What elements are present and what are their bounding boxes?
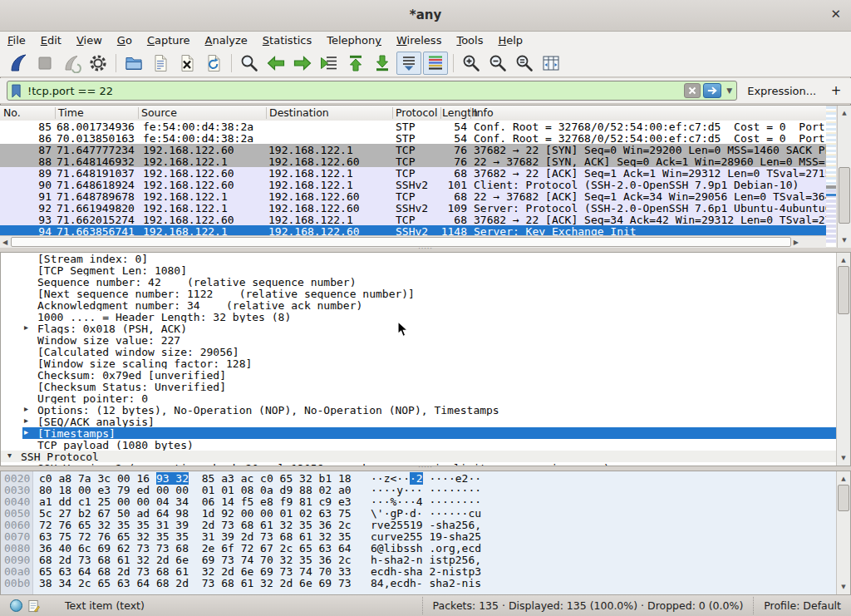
column-header-length[interactable]: Length xyxy=(442,106,478,119)
find-packet-button[interactable] xyxy=(237,52,262,75)
hex-ascii[interactable]: h-sha2-n istp256, xyxy=(371,554,481,566)
hex-bytes[interactable]: 80 18 00 e3 79 ed 00 00 01 01 08 0a d9 8… xyxy=(39,484,352,496)
scroll-left-icon[interactable]: ◀ xyxy=(2,239,7,246)
display-filter-field[interactable]: ▼ xyxy=(7,81,737,101)
hex-vscroll-thumb[interactable] xyxy=(838,485,849,511)
vscroll-thumb[interactable] xyxy=(839,167,850,224)
detail-line[interactable]: ▾SSH Protocol xyxy=(1,451,850,462)
hex-row-0070[interactable]: 007063 75 72 76 65 32 35 35 31 39 2d 73 … xyxy=(1,530,850,542)
hex-row-0080[interactable]: 008036 40 6c 69 62 73 73 68 2e 6f 72 67 … xyxy=(1,542,850,554)
menu-file[interactable]: File xyxy=(0,32,33,47)
column-separator[interactable] xyxy=(55,107,56,119)
packet-row-88[interactable]: 8871.648146932192.168.122.1192.168.122.6… xyxy=(0,155,826,167)
menu-edit[interactable]: Edit xyxy=(33,32,69,47)
hex-row-0020[interactable]: 0020c0 a8 7a 3c 00 16 93 32 85 a3 ac c0 … xyxy=(1,472,850,484)
capture-options-button[interactable] xyxy=(86,52,111,75)
column-header-time[interactable]: Time xyxy=(58,106,84,119)
column-separator[interactable] xyxy=(392,107,393,119)
hex-bytes[interactable]: a1 dd c1 25 00 00 04 34 06 14 f5 e8 f9 8… xyxy=(39,495,352,508)
collapsed-icon[interactable]: ▸ xyxy=(24,416,28,425)
zoom-in-button[interactable] xyxy=(459,52,484,75)
go-top-button[interactable] xyxy=(343,52,368,75)
collapsed-icon[interactable]: ▸ xyxy=(24,323,28,332)
detail-line[interactable]: ▸Options: (12 bytes), No-Operation (NOP)… xyxy=(1,404,850,416)
add-filter-button[interactable]: + xyxy=(828,83,844,98)
reload-file-button[interactable] xyxy=(201,52,226,75)
detail-line[interactable]: [Stream index: 0] xyxy=(1,253,850,264)
menu-view[interactable]: View xyxy=(69,32,110,47)
go-bottom-button[interactable] xyxy=(370,52,395,75)
column-header-destination[interactable]: Destination xyxy=(269,106,329,119)
go-forward-button[interactable] xyxy=(290,52,315,75)
detail-line[interactable]: Acknowledgment number: 34 (relative ack … xyxy=(1,299,850,311)
detail-line[interactable]: Window size value: 227 xyxy=(1,334,850,346)
packet-row-91[interactable]: 9171.648789678192.168.122.1192.168.122.6… xyxy=(0,190,826,202)
detail-line[interactable]: TCP payload (1080 bytes) xyxy=(1,439,850,451)
column-separator[interactable] xyxy=(266,107,267,119)
menu-tools[interactable]: Tools xyxy=(449,32,490,47)
menu-help[interactable]: Help xyxy=(490,32,530,47)
hex-row-0030[interactable]: 003080 18 00 e3 79 ed 00 00 01 01 08 0a … xyxy=(1,484,850,495)
packet-row-85[interactable]: 8568.001734936fe:54:00:d4:38:2aSTP54Conf… xyxy=(0,121,826,132)
hex-ascii[interactable]: ···%···4 ········ xyxy=(371,495,481,508)
hex-bytes[interactable]: 5c 27 b2 67 50 ad 64 98 1d 92 00 00 01 0… xyxy=(39,507,352,520)
hex-row-00a0[interactable]: 00a065 63 64 68 2d 73 68 61 32 2d 6e 69 … xyxy=(1,565,850,577)
resize-columns-button[interactable] xyxy=(539,52,563,75)
detail-line[interactable]: Urgent pointer: 0 xyxy=(1,392,850,404)
detail-scroll-up-icon[interactable]: ▲ xyxy=(837,254,850,266)
display-filter-input[interactable] xyxy=(26,84,684,98)
packet-row-87[interactable]: 8771.647777234192.168.122.60192.168.122.… xyxy=(0,144,826,155)
hex-ascii[interactable]: 84,ecdh- sha2-nis xyxy=(371,577,481,589)
column-header-protocol[interactable]: Protocol xyxy=(396,106,437,119)
hex-bytes[interactable]: 65 63 64 68 2d 73 68 61 32 2d 6e 69 73 7… xyxy=(39,565,352,578)
collapsed-icon[interactable]: ▸ xyxy=(24,427,28,436)
collapsed-icon[interactable]: ▸ xyxy=(24,404,28,413)
hex-bytes[interactable]: 72 76 65 32 35 35 31 39 2d 73 68 61 32 3… xyxy=(39,519,352,531)
menu-capture[interactable]: Capture xyxy=(140,32,198,47)
detail-line[interactable]: [Calculated window size: 29056] xyxy=(1,346,850,357)
hex-bytes[interactable]: 63 75 72 76 65 32 35 35 31 39 2d 73 68 6… xyxy=(39,530,352,543)
start-capture-button[interactable] xyxy=(6,52,31,75)
hex-ascii[interactable]: rve25519 -sha256, xyxy=(371,519,481,531)
packet-list-vertical-scrollbar[interactable]: ▲ ▼ xyxy=(837,106,851,248)
close-window-button[interactable]: ✕ xyxy=(830,7,841,22)
detail-line[interactable]: ▸Flags: 0x018 (PSH, ACK) xyxy=(1,323,850,334)
detail-line[interactable]: ▸[Timestamps] xyxy=(1,427,850,439)
detail-vertical-scrollbar[interactable]: ▲ ▼ xyxy=(836,253,850,466)
packet-list-horizontal-scrollbar[interactable]: ◀ ▶ xyxy=(0,235,826,248)
detail-scroll-down-icon[interactable]: ▼ xyxy=(837,452,850,464)
detail-line[interactable]: [Window size scaling factor: 128] xyxy=(1,357,850,369)
column-separator[interactable] xyxy=(470,107,471,119)
detail-line[interactable]: Sequence number: 42 (relative sequence n… xyxy=(1,276,850,288)
column-header-info[interactable]: Info xyxy=(474,106,494,119)
apply-filter-icon[interactable] xyxy=(703,83,721,98)
open-file-button[interactable] xyxy=(121,52,146,75)
close-file-button[interactable] xyxy=(175,52,199,75)
stop-capture-button[interactable] xyxy=(32,52,57,75)
capture-comment-icon[interactable] xyxy=(27,599,40,613)
hscroll-thumb[interactable] xyxy=(11,237,791,247)
hex-ascii[interactable]: \'·gP·d· ······cu xyxy=(371,507,481,520)
scroll-down-icon[interactable]: ▼ xyxy=(838,234,851,246)
detail-line[interactable]: Checksum: 0x79ed [unverified] xyxy=(1,369,850,381)
column-header-no[interactable]: No. xyxy=(3,106,21,119)
hex-row-0050[interactable]: 00505c 27 b2 67 50 ad 64 98 1d 92 00 00 … xyxy=(1,507,850,519)
restart-capture-button[interactable] xyxy=(59,52,84,75)
menu-telephony[interactable]: Telephony xyxy=(319,32,389,47)
go-back-button[interactable] xyxy=(263,52,288,75)
hex-scroll-down-icon[interactable]: ▼ xyxy=(837,581,850,593)
hex-bytes[interactable]: 36 40 6c 69 62 73 73 68 2e 6f 72 67 2c 6… xyxy=(39,542,352,554)
packet-row-86[interactable]: 8670.013850163fe:54:00:d4:38:2aSTP54Conf… xyxy=(0,132,826,144)
title-bar[interactable]: *any ✕ xyxy=(0,0,851,32)
zoom-original-button[interactable] xyxy=(512,52,537,75)
hex-scroll-up-icon[interactable]: ▲ xyxy=(837,473,850,485)
hex-row-0090[interactable]: 009068 2d 73 68 61 32 2d 6e 69 73 74 70 … xyxy=(1,554,850,565)
detail-line[interactable]: 1000 .... = Header Length: 32 bytes (8) xyxy=(1,311,850,323)
packet-row-93[interactable]: 9371.662015274192.168.122.60192.168.122.… xyxy=(0,214,826,225)
column-header-source[interactable]: Source xyxy=(141,106,177,119)
hex-bytes[interactable]: 38 34 2c 65 63 64 68 2d 73 68 61 32 2d 6… xyxy=(39,577,352,589)
hex-bytes[interactable]: 68 2d 73 68 61 32 2d 6e 69 73 74 70 32 3… xyxy=(39,554,352,566)
hex-ascii[interactable]: ····y··· ········ xyxy=(371,484,481,496)
clear-filter-icon[interactable] xyxy=(684,83,701,98)
zoom-out-button[interactable] xyxy=(485,52,510,75)
